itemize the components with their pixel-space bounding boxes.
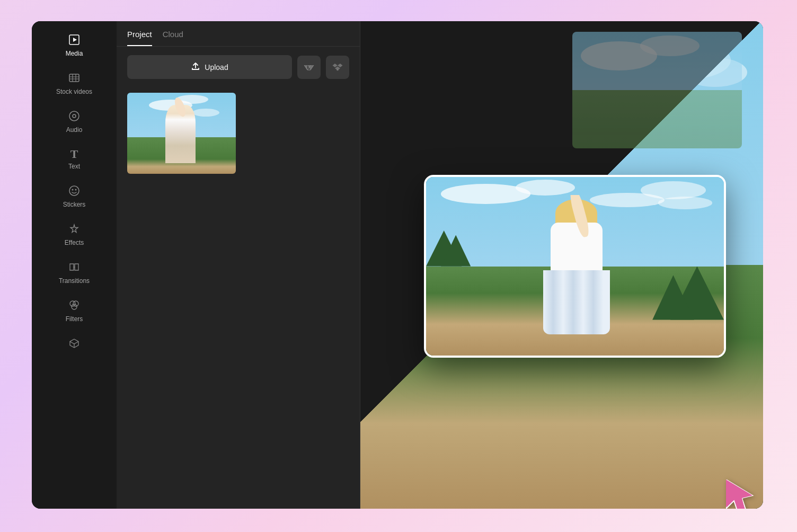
- filters-icon: [68, 299, 80, 313]
- svg-marker-1: [73, 38, 77, 42]
- text-icon: T: [70, 148, 78, 160]
- upload-icon: [191, 61, 200, 73]
- dropbox-button[interactable]: [326, 56, 349, 79]
- effects-icon: [68, 223, 80, 236]
- toolbar: Upload: [117, 47, 360, 87]
- sidebar-audio-label: Audio: [66, 126, 83, 134]
- svg-point-11: [75, 189, 77, 191]
- svg-point-10: [72, 189, 74, 191]
- sidebar-media-label: Media: [66, 50, 83, 57]
- sidebar-text-label: Text: [68, 163, 80, 170]
- upload-button[interactable]: Upload: [127, 55, 292, 79]
- sidebar-item-transitions[interactable]: Transitions: [32, 254, 117, 292]
- stickers-icon: [68, 185, 80, 198]
- app-container: Media Stock videos Audio: [32, 21, 763, 509]
- sidebar-filters-label: Filters: [66, 315, 83, 323]
- top-preview: [572, 32, 742, 148]
- preview-area: [360, 21, 763, 509]
- upload-label: Upload: [205, 63, 228, 72]
- sidebar-transitions-label: Transitions: [59, 277, 90, 285]
- zoom-card-image: [426, 177, 724, 356]
- sidebar: Media Stock videos Audio: [32, 21, 117, 509]
- svg-point-14: [73, 301, 78, 306]
- sidebar-item-stickers[interactable]: Stickers: [32, 178, 117, 216]
- sidebar-item-filters[interactable]: Filters: [32, 292, 117, 330]
- stock-videos-icon: [68, 72, 80, 85]
- sidebar-stock-label: Stock videos: [56, 88, 92, 95]
- transitions-icon: [68, 261, 80, 274]
- tab-project[interactable]: Project: [127, 30, 152, 46]
- svg-point-15: [72, 304, 77, 309]
- sidebar-stickers-label: Stickers: [63, 201, 86, 208]
- sidebar-item-stock-videos[interactable]: Stock videos: [32, 65, 117, 103]
- media-thumbnail[interactable]: [127, 93, 236, 174]
- left-panel: Project Cloud Upload: [117, 21, 360, 509]
- sidebar-item-3d[interactable]: [32, 330, 117, 358]
- svg-rect-2: [69, 74, 79, 82]
- svg-point-13: [70, 301, 75, 306]
- google-drive-button[interactable]: [297, 56, 321, 79]
- sidebar-item-text[interactable]: T Text: [32, 141, 117, 178]
- svg-point-8: [73, 114, 76, 118]
- media-icon: [68, 34, 80, 47]
- media-grid: [117, 87, 360, 179]
- main-content: Project Cloud Upload: [117, 21, 763, 509]
- sidebar-effects-label: Effects: [65, 239, 84, 246]
- audio-icon: [68, 110, 80, 123]
- tab-cloud[interactable]: Cloud: [163, 30, 183, 46]
- svg-point-7: [69, 111, 79, 121]
- sidebar-item-media[interactable]: Media: [32, 26, 117, 65]
- svg-point-9: [69, 186, 79, 196]
- sidebar-item-effects[interactable]: Effects: [32, 216, 117, 254]
- 3d-icon: [68, 338, 80, 351]
- tab-bar: Project Cloud: [117, 21, 360, 47]
- zoom-card: [424, 175, 726, 358]
- sidebar-item-audio[interactable]: Audio: [32, 103, 117, 141]
